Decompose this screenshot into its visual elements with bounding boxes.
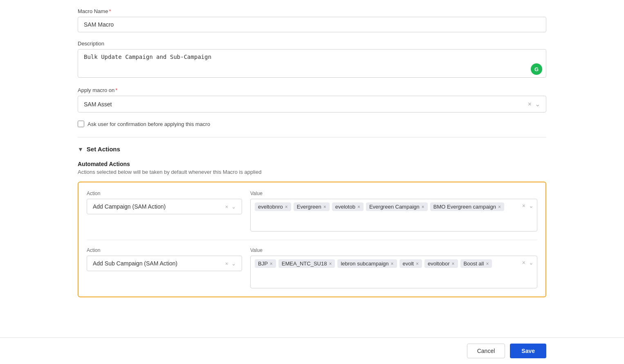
tag-evoltobor-close[interactable]: × [451,261,454,266]
action-1-chevron-icon[interactable]: ⌄ [231,204,236,210]
automated-actions-title: Automated Actions [78,161,546,167]
confirmation-checkbox-group: Ask user for confirmation before applyin… [78,121,546,127]
tag-eveltobnro: eveltobnro × [255,202,291,211]
grammarly-icon: G [531,63,542,75]
save-button[interactable]: Save [510,344,546,358]
description-input[interactable]: Bulk Update Campaign and Sub-Campaign [78,49,546,78]
value-1-clear-icon[interactable]: × [522,202,525,209]
confirmation-checkbox-label: Ask user for confirmation before applyin… [88,121,210,127]
value-1-tags-row: eveltobnro × Evergreen × evelotob × [255,202,533,211]
value-2-clear-icon[interactable]: × [522,259,525,266]
action-1-clear-icon[interactable]: × [225,204,228,210]
apply-macro-on-group: Apply macro on* SAM Asset × ⌄ [78,87,546,112]
tag-evoltobor: evoltobor × [424,259,458,268]
value-2-column: Value BJP × EMEA_NTC_SU18 × [250,247,537,288]
value-2-chevron-icon[interactable]: ⌄ [529,259,534,266]
tag-lebron: lebron subcampaign × [337,259,397,268]
tag-lebron-close[interactable]: × [391,261,394,266]
value-1-chevron-icon[interactable]: ⌄ [529,202,534,209]
clear-icon[interactable]: × [528,101,532,108]
description-group: Description Bulk Update Campaign and Sub… [78,40,546,79]
collapse-chevron-icon[interactable]: ▼ [78,146,83,153]
chevron-down-icon[interactable]: ⌄ [535,100,540,108]
macro-name-input[interactable] [78,17,546,32]
tag-bmo-evergreen: BMO Evergreen campaign × [430,202,504,211]
action-2-value: Add Sub Campaign (SAM Action) [93,260,177,267]
action-2-column: Action Add Sub Campaign (SAM Action) × ⌄ [87,247,242,271]
confirmation-checkbox[interactable] [78,121,84,127]
actions-container: Action Add Campaign (SAM Action) × ⌄ Val… [78,182,546,297]
tag-emea: EMEA_NTC_SU18 × [278,259,335,268]
action-1-value: Add Campaign (SAM Action) [93,203,166,210]
value-1-label: Value [250,191,537,196]
tag-bmo-evergreen-close[interactable]: × [498,204,501,209]
tag-boost-all-close[interactable]: × [486,261,489,266]
value-2-tags-row: BJP × EMEA_NTC_SU18 × lebron subcampaign… [255,259,533,268]
tag-emea-close[interactable]: × [329,261,332,266]
tag-boost-all: Boost all × [460,259,492,268]
tag-evergreen: Evergreen × [294,202,330,211]
tag-bjp: BJP × [255,259,276,268]
apply-macro-on-select[interactable]: SAM Asset × ⌄ [78,96,546,112]
tag-bjp-close[interactable]: × [270,261,273,266]
tag-evergreen-campaign-close[interactable]: × [422,204,424,209]
tag-evelotob: evelotob × [332,202,364,211]
tag-evolt: evolt × [400,259,422,268]
value-1-tags-box[interactable]: eveltobnro × Evergreen × evelotob × [250,199,537,231]
tag-evergreen-campaign: Evergreen Campaign × [366,202,428,211]
cancel-button[interactable]: Cancel [467,344,505,358]
section-divider [78,137,546,137]
tag-evelotob-close[interactable]: × [357,204,360,209]
macro-name-group: Macro Name* [78,8,546,32]
macro-name-label: Macro Name* [78,8,546,14]
action-2-label: Action [87,247,242,253]
action-row-1: Action Add Campaign (SAM Action) × ⌄ Val… [87,191,537,231]
apply-macro-on-label: Apply macro on* [78,87,546,93]
action-1-label: Action [87,191,242,196]
description-wrapper: Bulk Update Campaign and Sub-Campaign G [78,49,546,79]
tag-eveltobnro-close[interactable]: × [285,204,288,209]
apply-macro-on-value: SAM Asset [84,101,112,108]
description-label: Description [78,40,546,47]
action-row-2: Action Add Sub Campaign (SAM Action) × ⌄… [87,247,537,288]
action-2-select[interactable]: Add Sub Campaign (SAM Action) × ⌄ [87,256,242,271]
value-2-tags-box[interactable]: BJP × EMEA_NTC_SU18 × lebron subcampaign… [250,256,537,288]
set-actions-header: ▼ Set Actions [78,146,546,153]
action-row-divider [87,240,537,240]
action-2-chevron-icon[interactable]: ⌄ [231,261,236,267]
footer-bar: Cancel Save [0,337,624,364]
set-actions-title: Set Actions [87,146,120,153]
value-2-label: Value [250,247,537,253]
tag-evergreen-close[interactable]: × [323,204,326,209]
action-1-select[interactable]: Add Campaign (SAM Action) × ⌄ [87,199,242,214]
action-1-column: Action Add Campaign (SAM Action) × ⌄ [87,191,242,214]
automated-actions-desc: Actions selected below will be taken by … [78,169,546,175]
value-1-column: Value eveltobnro × Evergreen × [250,191,537,231]
automated-actions-section: Automated Actions Actions selected below… [78,161,546,297]
action-2-clear-icon[interactable]: × [225,261,228,267]
tag-evolt-close[interactable]: × [416,261,419,266]
